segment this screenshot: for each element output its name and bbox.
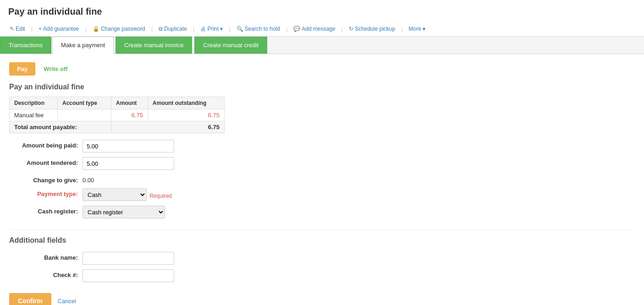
payment-type-select[interactable]: Cash Check Credit card Debit card — [83, 188, 147, 201]
cell-amount-outstanding: 6.75 — [148, 109, 225, 121]
cell-description: Manual fee — [10, 109, 58, 121]
total-row: Total amount payable: 6.75 — [10, 121, 225, 133]
write-off-button[interactable]: Write off — [40, 63, 71, 75]
payment-type-group: Payment type: Cash Check Credit card Deb… — [9, 188, 635, 201]
main-content: Pay Write off Pay an individual fine Des… — [0, 54, 644, 305]
col-description: Description — [10, 97, 58, 109]
print-icon: 🖨 — [200, 26, 206, 32]
tab-create-manual-credit[interactable]: Create manual credit — [194, 37, 267, 54]
tab-transactions[interactable]: Transactions — [0, 37, 51, 54]
payment-type-label: Payment type: — [9, 188, 83, 197]
bank-name-label: Bank name: — [9, 252, 83, 261]
edit-button[interactable]: ✎ Edit — [6, 24, 28, 33]
action-bar: Pay Write off — [9, 62, 635, 76]
cancel-button[interactable]: Cancel — [56, 294, 78, 305]
cell-amount: 6.75 — [111, 109, 148, 121]
required-text: Required — [149, 191, 172, 199]
amount-tendered-group: Amount tendered: — [9, 157, 635, 170]
amount-tendered-input[interactable] — [83, 157, 174, 170]
change-password-button[interactable]: 🔒 Change password — [89, 24, 149, 33]
toolbar: ✎ Edit | + Add guarantee | 🔒 Change pass… — [0, 22, 644, 37]
check-number-group: Check #: — [9, 269, 635, 282]
payment-form: Amount being paid: Amount tendered: Chan… — [9, 140, 635, 218]
add-guarantee-button[interactable]: + Add guarantee — [35, 24, 82, 33]
message-icon: 💬 — [293, 26, 300, 32]
change-to-give-group: Change to give: 0.00 — [9, 174, 635, 184]
col-amount: Amount — [111, 97, 148, 109]
additional-fields-title: Additional fields — [9, 229, 635, 245]
bank-name-group: Bank name: — [9, 252, 635, 265]
duplicate-icon: ⧉ — [159, 26, 163, 32]
payment-type-row: Cash Check Credit card Debit card Requir… — [83, 188, 172, 201]
cash-register-select[interactable]: Cash register — [83, 206, 165, 218]
refresh-icon: ↻ — [349, 26, 353, 32]
more-dropdown-icon: ▾ — [423, 26, 425, 32]
more-button[interactable]: More ▾ — [406, 24, 429, 33]
confirm-button[interactable]: Confirm — [9, 293, 51, 305]
fine-table: Description Account type Amount Amount o… — [9, 97, 225, 133]
additional-fields-section: Additional fields Bank name: Check #: — [9, 229, 635, 282]
change-to-give-label: Change to give: — [9, 174, 83, 184]
tabs-bar: Transactions Make a payment Create manua… — [0, 37, 644, 54]
footer-actions: Confirm Cancel — [9, 293, 635, 305]
duplicate-button[interactable]: ⧉ Duplicate — [155, 24, 190, 33]
schedule-pickup-button[interactable]: ↻ Schedule pickup — [346, 24, 398, 33]
amount-tendered-label: Amount tendered: — [9, 157, 83, 166]
bank-name-input[interactable] — [83, 252, 174, 265]
search-icon: 🔍 — [237, 26, 243, 32]
section-title: Pay an individual fine — [9, 83, 635, 91]
total-label: Total amount payable: — [10, 121, 111, 133]
amount-being-paid-input[interactable] — [83, 140, 174, 152]
table-row: Manual fee 6.75 6.75 — [10, 109, 225, 121]
print-button[interactable]: 🖨 Print ▾ — [197, 24, 226, 33]
check-number-label: Check #: — [9, 269, 83, 278]
page-title: Pay an individual fine — [0, 0, 644, 22]
change-to-give-value: 0.00 — [83, 174, 94, 184]
col-amount-outstanding: Amount outstanding — [148, 97, 225, 109]
pay-button[interactable]: Pay — [9, 62, 35, 76]
amount-being-paid-label: Amount being paid: — [9, 140, 83, 149]
cash-register-label: Cash register: — [9, 206, 83, 215]
check-number-input[interactable] — [83, 269, 174, 282]
amount-being-paid-group: Amount being paid: — [9, 140, 635, 152]
lock-icon: 🔒 — [93, 26, 99, 32]
total-value: 6.75 — [111, 121, 225, 133]
tab-create-manual-invoice[interactable]: Create manual invoice — [116, 37, 192, 54]
cell-account-type — [57, 109, 111, 121]
col-account-type: Account type — [57, 97, 111, 109]
search-to-hold-button[interactable]: 🔍 Search to hold — [233, 24, 283, 33]
print-dropdown-icon: ▾ — [220, 26, 223, 32]
page-wrapper: Pay an individual fine ✎ Edit | + Add gu… — [0, 0, 644, 305]
edit-icon: ✎ — [10, 26, 14, 32]
cash-register-group: Cash register: Cash register — [9, 206, 635, 218]
add-message-button[interactable]: 💬 Add message — [290, 24, 338, 33]
tab-make-a-payment[interactable]: Make a payment — [52, 37, 114, 54]
